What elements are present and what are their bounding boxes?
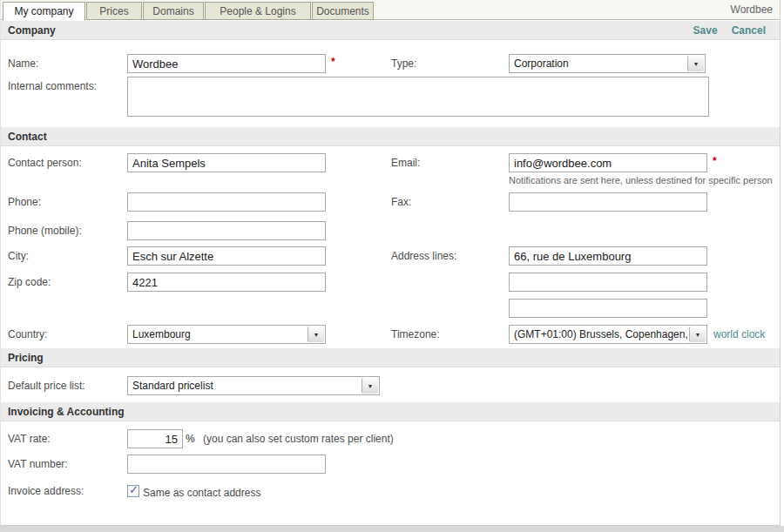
- timezone-dropdown-button[interactable]: ▼: [689, 327, 706, 342]
- invoicing-section-header: Invoicing & Accounting: [1, 402, 780, 421]
- company-section-title: Company: [8, 21, 56, 40]
- country-dropdown-value: Luxembourg: [132, 326, 306, 343]
- default-price-list-dropdown-value: Standard pricelist: [132, 377, 360, 394]
- timezone-dropdown[interactable]: (GMT+01:00) Brussels, Copenhagen, Madri …: [509, 325, 707, 344]
- tab-documents[interactable]: Documents: [312, 2, 374, 20]
- invoice-address-label: Invoice address:: [8, 481, 84, 501]
- brand-label: Wordbee: [731, 3, 773, 16]
- address-line-2-field[interactable]: [509, 273, 707, 292]
- name-required-asterisk: *: [331, 56, 335, 68]
- address-line-1-field[interactable]: [509, 246, 707, 266]
- email-note: Notifications are sent here, unless dest…: [509, 175, 773, 185]
- tab-prices[interactable]: Prices: [86, 2, 142, 20]
- cancel-button[interactable]: Cancel: [732, 24, 766, 37]
- email-required-asterisk: *: [713, 155, 717, 167]
- email-field[interactable]: [509, 153, 707, 172]
- city-label: City:: [8, 246, 29, 266]
- tab-domains[interactable]: Domains: [143, 2, 204, 20]
- country-dropdown-button[interactable]: ▼: [308, 327, 324, 342]
- email-label: Email:: [391, 153, 420, 172]
- fax-field[interactable]: [509, 192, 707, 212]
- same-as-contact-label: Same as contact address: [143, 485, 260, 501]
- phone-label: Phone:: [8, 192, 41, 212]
- contact-person-field[interactable]: [127, 153, 326, 172]
- phone-mobile-label: Phone (mobile):: [8, 221, 82, 240]
- tab-people-logins[interactable]: People & Logins: [205, 2, 311, 20]
- vat-rate-note: (you can also set custom rates per clien…: [203, 429, 394, 448]
- world-clock-link[interactable]: world clock: [713, 328, 765, 340]
- address-lines-label: Address lines:: [391, 246, 456, 266]
- pricing-section-header: Pricing: [1, 348, 780, 367]
- type-dropdown[interactable]: Corporation ▼: [509, 54, 706, 73]
- chevron-down-icon: ▼: [693, 61, 700, 67]
- form-area: My company Prices Domains People & Login…: [0, 0, 781, 526]
- zip-code-field[interactable]: [127, 273, 326, 292]
- vat-rate-label: VAT rate:: [8, 429, 51, 448]
- default-price-list-dropdown[interactable]: Standard pricelist ▼: [127, 376, 380, 395]
- tab-bar: My company Prices Domains People & Login…: [1, 0, 780, 20]
- vat-number-label: VAT number:: [8, 455, 68, 474]
- pricing-section-title: Pricing: [8, 348, 44, 367]
- type-dropdown-button[interactable]: ▼: [687, 56, 704, 71]
- country-dropdown[interactable]: Luxembourg ▼: [127, 325, 326, 344]
- phone-mobile-field[interactable]: [127, 221, 326, 240]
- tabs: My company Prices Domains People & Login…: [3, 2, 375, 21]
- timezone-label: Timezone:: [391, 325, 440, 344]
- name-label: Name:: [8, 54, 38, 73]
- zip-code-label: Zip code:: [8, 273, 51, 292]
- vat-number-field[interactable]: [127, 455, 326, 474]
- checkmark-icon: ✓: [129, 483, 139, 496]
- save-button[interactable]: Save: [693, 24, 718, 37]
- company-settings-page: My company Prices Domains People & Login…: [0, 0, 784, 532]
- city-field[interactable]: [127, 246, 326, 266]
- chevron-down-icon: ▼: [695, 332, 701, 338]
- phone-field[interactable]: [127, 192, 326, 212]
- tab-my-company[interactable]: My company: [3, 2, 85, 21]
- address-line-3-field[interactable]: [509, 299, 707, 318]
- same-as-contact-checkbox[interactable]: ✓: [127, 485, 139, 497]
- country-label: Country:: [8, 325, 47, 344]
- company-section-header: Company Save Cancel: [1, 21, 780, 40]
- contact-section-title: Contact: [8, 127, 47, 146]
- form-actions: Save Cancel: [693, 21, 766, 40]
- chevron-down-icon: ▼: [368, 383, 374, 389]
- timezone-dropdown-value: (GMT+01:00) Brussels, Copenhagen, Madri: [514, 326, 687, 343]
- vat-rate-unit: %: [186, 429, 195, 448]
- default-price-list-dropdown-button[interactable]: ▼: [362, 378, 378, 394]
- vat-rate-field[interactable]: [127, 429, 183, 448]
- type-dropdown-value: Corporation: [514, 55, 686, 72]
- contact-section-header: Contact: [1, 127, 780, 146]
- bottom-strip: [0, 526, 784, 532]
- fax-label: Fax:: [391, 192, 411, 212]
- chevron-down-icon: ▼: [314, 332, 320, 338]
- name-field[interactable]: [127, 54, 326, 73]
- default-price-list-label: Default price list:: [8, 376, 85, 395]
- contact-person-label: Contact person:: [8, 153, 82, 172]
- type-label: Type:: [391, 54, 416, 73]
- internal-comments-field[interactable]: [127, 77, 709, 117]
- internal-comments-label: Internal comments:: [8, 77, 97, 96]
- invoicing-section-title: Invoicing & Accounting: [8, 402, 125, 421]
